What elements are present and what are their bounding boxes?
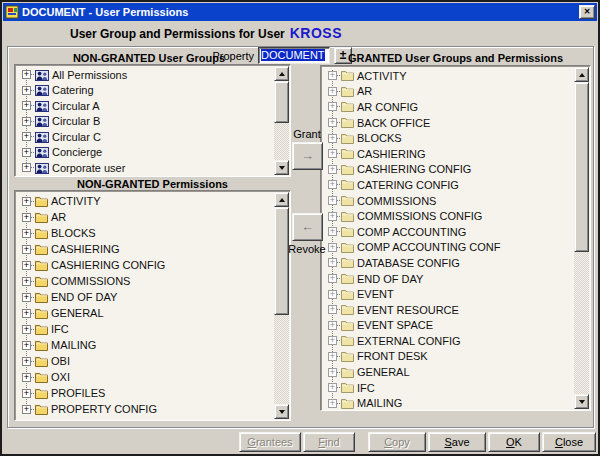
expand-plus-icon[interactable]: + xyxy=(328,165,337,174)
expand-plus-icon[interactable]: + xyxy=(22,277,31,286)
tree-item[interactable]: + END OF DAY xyxy=(322,271,573,287)
scroll-up-button[interactable] xyxy=(274,66,289,81)
tree-item[interactable]: + OBI xyxy=(16,353,273,369)
tree-item[interactable]: + Circular A xyxy=(16,98,273,114)
expand-plus-icon[interactable]: + xyxy=(328,87,337,96)
tree-item[interactable]: + ACTIVITY xyxy=(16,193,273,209)
tree-item[interactable]: + IFC xyxy=(16,321,273,337)
scroll-down-button[interactable] xyxy=(274,404,289,419)
tree-item[interactable]: + CASHIERING xyxy=(322,146,573,162)
tree-item[interactable]: + AR CONFIG xyxy=(322,99,573,115)
tree-item[interactable]: + PROPERTY CONFIG xyxy=(16,401,273,417)
expand-plus-icon[interactable]: + xyxy=(328,336,337,345)
expand-plus-icon[interactable]: + xyxy=(328,102,337,111)
tree-item[interactable]: + CASHIERING xyxy=(16,241,273,257)
expand-plus-icon[interactable]: + xyxy=(328,352,337,361)
tree-item[interactable]: + END OF DAY xyxy=(16,289,273,305)
expand-plus-icon[interactable]: + xyxy=(22,70,31,79)
scrollbar[interactable] xyxy=(274,66,289,175)
tree-item[interactable]: + PROFILES xyxy=(16,385,273,401)
expand-plus-icon[interactable]: + xyxy=(22,293,31,302)
grant-button[interactable]: → xyxy=(292,142,323,170)
expand-plus-icon[interactable]: + xyxy=(22,197,31,206)
tree-item[interactable]: + COMP ACCOUNTING xyxy=(322,224,573,240)
tree-item[interactable]: + COMMISSIONS CONFIG xyxy=(322,208,573,224)
expand-plus-icon[interactable]: + xyxy=(328,118,337,127)
tree-item[interactable]: + COMP ACCOUNTING CONF xyxy=(322,240,573,256)
tree-item[interactable]: + AR xyxy=(322,84,573,100)
tree-item[interactable]: + EVENT RESOURCE xyxy=(322,302,573,318)
tree-item[interactable]: + CASHIERING CONFIG xyxy=(322,162,573,178)
expand-plus-icon[interactable]: + xyxy=(22,101,31,110)
tree-item[interactable]: + COMMISSIONS xyxy=(322,193,573,209)
expand-plus-icon[interactable]: + xyxy=(22,325,31,334)
expand-plus-icon[interactable]: + xyxy=(328,368,337,377)
tree-item[interactable]: + COMMISSIONS xyxy=(16,273,273,289)
tree-item[interactable]: + ACTIVITY xyxy=(322,68,573,84)
expand-plus-icon[interactable]: + xyxy=(22,117,31,126)
tree-item[interactable]: + CATERING CONFIG xyxy=(322,177,573,193)
expand-plus-icon[interactable]: + xyxy=(328,399,337,408)
tree-item[interactable]: + Concierge xyxy=(16,145,273,161)
expand-plus-icon[interactable]: + xyxy=(22,405,31,414)
expand-plus-icon[interactable]: + xyxy=(22,163,31,172)
expand-plus-icon[interactable]: + xyxy=(328,149,337,158)
expand-plus-icon[interactable]: + xyxy=(328,180,337,189)
tree-item[interactable]: + MAILING xyxy=(322,395,573,409)
expand-plus-icon[interactable]: + xyxy=(22,341,31,350)
tree-item[interactable]: + EXTERNAL CONFIG xyxy=(322,333,573,349)
tree-item[interactable]: + All Permissions xyxy=(16,67,273,83)
tree-item[interactable]: + IFC xyxy=(322,380,573,396)
expand-plus-icon[interactable]: + xyxy=(22,373,31,382)
expand-plus-icon[interactable]: + xyxy=(328,196,337,205)
tree-item[interactable]: + Circular C xyxy=(16,129,273,145)
tree-item[interactable]: + BLOCKS xyxy=(16,225,273,241)
tree-item[interactable]: + EVENT xyxy=(322,286,573,302)
scroll-up-button[interactable] xyxy=(574,67,589,82)
tree-item[interactable]: + GENERAL xyxy=(16,305,273,321)
tree-item[interactable]: + Catering xyxy=(16,83,273,99)
title-bar[interactable]: DOCUMENT - User Permissions ✕ xyxy=(3,3,597,21)
expand-plus-icon[interactable]: + xyxy=(328,258,337,267)
expand-plus-icon[interactable]: + xyxy=(22,213,31,222)
expand-plus-icon[interactable]: + xyxy=(328,212,337,221)
tree-item[interactable]: + EVENT SPACE xyxy=(322,318,573,334)
tree-item[interactable]: + FRONT DESK xyxy=(322,349,573,365)
close-button[interactable]: Close xyxy=(542,432,596,452)
expand-plus-icon[interactable]: + xyxy=(328,383,337,392)
scrollbar[interactable] xyxy=(274,192,289,419)
revoke-button[interactable]: ← xyxy=(292,213,323,241)
scrollbar[interactable] xyxy=(574,67,589,409)
scroll-down-button[interactable] xyxy=(274,160,289,175)
expand-plus-icon[interactable]: + xyxy=(22,148,31,157)
scrollbar-thumb[interactable] xyxy=(274,207,289,315)
save-button[interactable]: Save xyxy=(428,432,486,452)
expand-plus-icon[interactable]: + xyxy=(22,86,31,95)
expand-plus-icon[interactable]: + xyxy=(22,389,31,398)
expand-plus-icon[interactable]: + xyxy=(328,227,337,236)
scrollbar-thumb[interactable] xyxy=(574,82,589,252)
expand-plus-icon[interactable]: + xyxy=(328,290,337,299)
tree-item[interactable]: + GENERAL xyxy=(322,364,573,380)
tree-item[interactable]: + BLOCKS xyxy=(322,130,573,146)
expand-plus-icon[interactable]: + xyxy=(328,134,337,143)
tree-item[interactable]: + Circular B xyxy=(16,114,273,130)
expand-plus-icon[interactable]: + xyxy=(328,243,337,252)
expand-plus-icon[interactable]: + xyxy=(22,132,31,141)
scrollbar-thumb[interactable] xyxy=(274,81,289,123)
expand-plus-icon[interactable]: + xyxy=(22,245,31,254)
expand-plus-icon[interactable]: + xyxy=(22,229,31,238)
expand-plus-icon[interactable]: + xyxy=(22,309,31,318)
expand-plus-icon[interactable]: + xyxy=(328,305,337,314)
scroll-up-button[interactable] xyxy=(274,192,289,207)
tree-item[interactable]: + DATABASE CONFIG xyxy=(322,255,573,271)
scroll-down-button[interactable] xyxy=(574,394,589,409)
expand-plus-icon[interactable]: + xyxy=(328,321,337,330)
tree-item[interactable]: + BACK OFFICE xyxy=(322,115,573,131)
expand-plus-icon[interactable]: + xyxy=(328,274,337,283)
tree-item[interactable]: + CASHIERING CONFIG xyxy=(16,257,273,273)
tree-item[interactable]: + MAILING xyxy=(16,337,273,353)
ok-button[interactable]: OK xyxy=(488,432,540,452)
expand-plus-icon[interactable]: + xyxy=(22,261,31,270)
close-icon[interactable]: ✕ xyxy=(579,5,595,19)
